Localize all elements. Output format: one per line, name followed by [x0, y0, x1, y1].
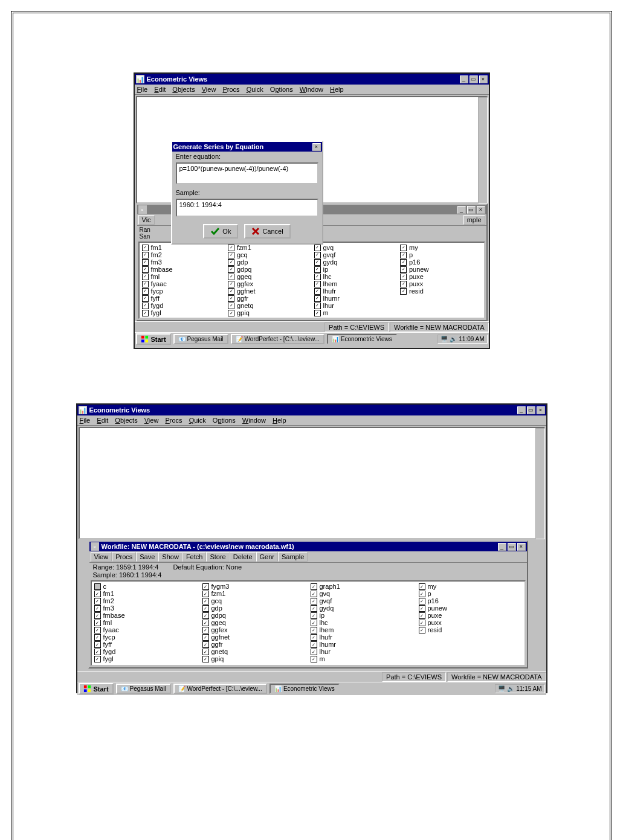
wf-close-icon[interactable]: ×: [477, 206, 485, 214]
series-item[interactable]: lhem: [311, 626, 414, 633]
series-item[interactable]: gydq: [311, 604, 414, 612]
series-item[interactable]: gnetq: [228, 302, 309, 309]
series-item[interactable]: fm3: [142, 258, 224, 266]
wf-minimize-icon[interactable]: _: [498, 543, 506, 551]
series-item[interactable]: fygd: [142, 302, 224, 309]
minimize-icon[interactable]: _: [460, 75, 468, 83]
series-item[interactable]: lhur: [314, 302, 396, 309]
menu-quick[interactable]: Quick: [189, 417, 206, 424]
series-item[interactable]: lhc: [314, 273, 396, 280]
series-item[interactable]: ip: [314, 266, 396, 273]
menu-window[interactable]: Window: [300, 86, 323, 93]
sample-input[interactable]: 1960:1 1994:4: [176, 199, 318, 217]
toolbar-store[interactable]: Store: [206, 552, 229, 562]
series-item[interactable]: lhufr: [314, 287, 396, 295]
series-item[interactable]: fygm3: [202, 583, 306, 590]
wf-close-icon[interactable]: ×: [517, 543, 526, 551]
series-item[interactable]: fm3: [94, 604, 198, 612]
series-item[interactable]: gvq: [311, 590, 414, 597]
menu-file[interactable]: File: [137, 86, 148, 93]
series-item[interactable]: fm1: [142, 244, 224, 251]
series-item[interactable]: resid: [419, 626, 522, 633]
series-item[interactable]: gcq: [202, 597, 306, 604]
series-item[interactable]: my: [419, 583, 522, 590]
menu-quick[interactable]: Quick: [247, 86, 263, 93]
system-tray[interactable]: 🖥️ 🔊 11:15 AM: [495, 684, 544, 693]
series-item[interactable]: gvq: [314, 244, 396, 251]
series-item[interactable]: lhc: [311, 619, 414, 626]
series-item[interactable]: fml: [94, 619, 198, 626]
task-wordperfect[interactable]: 📝WordPerfect - [C:\...\eview...: [173, 684, 267, 694]
task-wordperfect[interactable]: 📝WordPerfect - [C:\...\eview...: [231, 334, 324, 344]
series-item[interactable]: fmbase: [142, 266, 224, 273]
series-item[interactable]: puxx: [419, 619, 522, 626]
toolbar-genr[interactable]: Genr: [256, 552, 278, 562]
scrollbar[interactable]: [478, 97, 488, 204]
wf-maximize-icon[interactable]: ▭: [508, 543, 516, 551]
ok-button[interactable]: Ok: [203, 224, 238, 239]
toolbar-fetch[interactable]: Fetch: [182, 552, 207, 562]
series-item[interactable]: m: [314, 309, 396, 316]
close-icon[interactable]: ×: [537, 406, 545, 414]
scrollbar[interactable]: [535, 428, 545, 539]
wf-minimize-icon[interactable]: _: [457, 206, 466, 214]
toolbar-save[interactable]: Save: [136, 552, 158, 562]
menu-options[interactable]: Options: [213, 417, 236, 424]
series-item[interactable]: fmbase: [94, 612, 198, 619]
maximize-icon[interactable]: ▭: [470, 75, 478, 83]
series-item[interactable]: gvqf: [314, 251, 396, 258]
series-item[interactable]: fm2: [142, 251, 224, 258]
series-item[interactable]: p16: [400, 258, 482, 266]
series-item[interactable]: m: [311, 655, 414, 662]
menubar[interactable]: File Edit Objects View Procs Quick Optio…: [135, 85, 489, 95]
series-item[interactable]: punew: [419, 604, 522, 612]
menu-objects[interactable]: Objects: [172, 86, 195, 93]
series-item[interactable]: fm2: [94, 597, 198, 604]
series-item[interactable]: fycp: [94, 633, 198, 641]
dialog-close-icon[interactable]: ×: [312, 143, 321, 151]
menu-view[interactable]: View: [144, 417, 159, 424]
series-item[interactable]: gdpq: [228, 266, 309, 273]
series-item[interactable]: fygl: [142, 309, 224, 316]
menu-help[interactable]: Help: [330, 86, 344, 93]
series-item[interactable]: gdp: [228, 258, 309, 266]
series-item[interactable]: graph1: [311, 583, 414, 590]
series-item[interactable]: resid: [400, 287, 482, 295]
series-item[interactable]: puxe: [400, 273, 482, 280]
series-item[interactable]: p16: [419, 597, 522, 604]
menu-view[interactable]: View: [202, 86, 216, 93]
series-item[interactable]: gcq: [228, 251, 309, 258]
series-item[interactable]: gpiq: [202, 655, 306, 662]
series-item[interactable]: ggfex: [202, 626, 306, 633]
toolbar-sample[interactable]: Sample: [278, 552, 308, 562]
menu-procs[interactable]: Procs: [165, 417, 182, 424]
series-item[interactable]: p: [419, 590, 522, 597]
start-button[interactable]: Start: [136, 333, 171, 345]
series-item[interactable]: punew: [400, 266, 482, 273]
series-item[interactable]: fyff: [94, 641, 198, 648]
series-item[interactable]: fygd: [94, 648, 198, 655]
menu-options[interactable]: Options: [270, 86, 293, 93]
series-item[interactable]: fzm1: [228, 244, 309, 251]
series-item[interactable]: lhem: [314, 280, 396, 287]
menu-window[interactable]: Window: [242, 417, 266, 424]
task-pegasus[interactable]: 📧Pegasus Mail: [173, 334, 228, 344]
series-item[interactable]: ggfr: [202, 641, 306, 648]
series-item[interactable]: lhufr: [311, 633, 414, 641]
series-item[interactable]: gydq: [314, 258, 396, 266]
system-tray[interactable]: 🖥️ 🔊 11:09 AM: [437, 335, 487, 344]
equation-input[interactable]: p=100*(punew-punew(-4))/punew(-4): [176, 162, 318, 184]
series-item[interactable]: gdpq: [202, 612, 306, 619]
series-item[interactable]: gdp: [202, 604, 306, 612]
toolbar-vic[interactable]: Vic: [138, 215, 155, 225]
series-item[interactable]: ggeq: [228, 273, 309, 280]
menubar[interactable]: File Edit Objects View Procs Quick Optio…: [77, 415, 546, 426]
task-pegasus[interactable]: 📧Pegasus Mail: [116, 684, 171, 694]
menu-help[interactable]: Help: [273, 417, 286, 424]
series-item[interactable]: gpiq: [228, 309, 309, 316]
toolbar-mple[interactable]: mple: [463, 215, 485, 225]
task-eviews[interactable]: 📊Econometric Views: [327, 334, 397, 344]
menu-file[interactable]: File: [80, 417, 91, 424]
series-item[interactable]: ggeq: [202, 619, 306, 626]
series-item[interactable]: ggfnet: [228, 287, 309, 295]
